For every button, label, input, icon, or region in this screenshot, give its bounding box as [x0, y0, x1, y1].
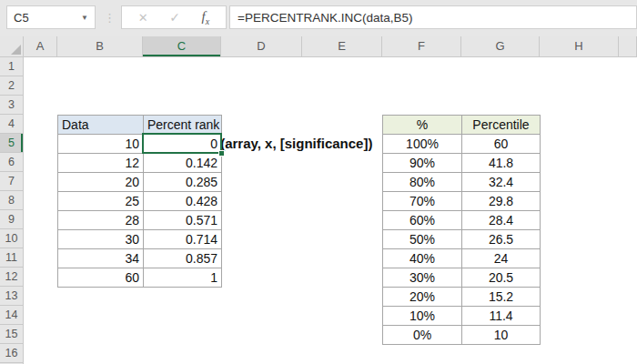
right_table-cell[interactable]: 100%: [383, 135, 462, 154]
select-all-corner[interactable]: [0, 36, 24, 57]
drag-dots-icon: ⋮: [104, 5, 116, 29]
cancel-icon[interactable]: ✕: [138, 11, 148, 25]
formula-input[interactable]: =PERCENTRANK.INC(data,B5): [229, 5, 637, 29]
row-header-12[interactable]: 12: [0, 268, 23, 287]
right_table-cell[interactable]: 0%: [383, 326, 462, 345]
left_table-cell[interactable]: 25: [58, 192, 144, 211]
select-all-icon: [11, 45, 21, 55]
column-header-A[interactable]: A: [24, 36, 57, 56]
right_table-cell[interactable]: 10%: [383, 307, 462, 326]
row-header-5[interactable]: 5: [0, 134, 23, 153]
right_table-row: 70%29.8: [383, 192, 541, 211]
percentile-table: %Percentile100%6090%41.880%32.470%29.860…: [382, 115, 541, 345]
right_table-row: 30%20.5: [383, 268, 541, 288]
right_table-cell[interactable]: 40%: [383, 249, 462, 268]
left_table-header-cell[interactable]: Percent rank: [144, 116, 222, 135]
row-header-13[interactable]: 13: [0, 287, 23, 306]
right_table-header-row: %Percentile: [383, 116, 541, 135]
left_table-cell[interactable]: 34: [58, 249, 144, 268]
row-header-15[interactable]: 15: [0, 325, 23, 344]
right_table-cell[interactable]: 26.5: [462, 230, 541, 249]
formula-bar: C5 ▼ ⋮ ✕ ✓ fx =PERCENTRANK.INC(data,B5): [0, 0, 637, 36]
left_table-cell[interactable]: 0.285: [144, 173, 222, 192]
left_table-cell[interactable]: 0.714: [144, 230, 222, 249]
right_table-header-cell[interactable]: %: [383, 116, 462, 135]
right_table-row: 20%15.2: [383, 288, 541, 307]
right_table-cell[interactable]: 28.4: [462, 211, 541, 230]
left_table-row: 120.142: [58, 154, 222, 173]
right_table-cell[interactable]: 90%: [383, 154, 462, 173]
right_table-header-cell[interactable]: Percentile: [462, 116, 541, 135]
right_table-cell[interactable]: 24: [462, 249, 541, 268]
right_table-cell[interactable]: 41.8: [462, 154, 541, 173]
row-header-11[interactable]: 11: [0, 248, 23, 268]
left_table-cell[interactable]: 0.857: [144, 249, 222, 268]
left_table-row: 280.571: [58, 211, 222, 230]
name-box[interactable]: C5 ▼: [6, 5, 96, 29]
left_table-cell[interactable]: 10: [58, 135, 144, 154]
left_table-row: 300.714: [58, 230, 222, 249]
row-header-9[interactable]: 9: [0, 210, 23, 229]
column-header-spacer: [619, 36, 637, 56]
row-header-1[interactable]: 1: [0, 57, 23, 76]
right_table-row: 80%32.4: [383, 173, 541, 192]
left_table-cell[interactable]: 28: [58, 211, 144, 230]
right_table-row: 90%41.8: [383, 154, 541, 173]
fill-handle[interactable]: [218, 150, 225, 157]
row-header-16[interactable]: 16: [0, 344, 23, 363]
left_table-cell[interactable]: 0: [144, 135, 222, 154]
right_table-cell[interactable]: 60%: [383, 211, 462, 230]
left_table-cell[interactable]: 0.571: [144, 211, 222, 230]
left_table-cell[interactable]: 0.428: [144, 192, 222, 211]
right_table-cell[interactable]: 20%: [383, 288, 462, 307]
row-header-14[interactable]: 14: [0, 306, 23, 325]
column-header-F[interactable]: F: [382, 36, 461, 56]
right_table-row: 40%24: [383, 249, 541, 268]
right_table-cell[interactable]: 80%: [383, 173, 462, 192]
left_table-header-row: DataPercent rank: [58, 116, 222, 135]
column-header-B[interactable]: B: [57, 36, 143, 56]
left_table-cell[interactable]: 20: [58, 173, 144, 192]
left_table-cell[interactable]: 12: [58, 154, 144, 173]
name-box-value: C5: [14, 11, 29, 25]
row-header-8[interactable]: 8: [0, 191, 23, 210]
column-header-G[interactable]: G: [461, 36, 540, 56]
left_table-row: 200.285: [58, 173, 222, 192]
formula-buttons: ✕ ✓ fx: [121, 5, 227, 29]
left_table-header-cell[interactable]: Data: [58, 116, 144, 135]
row-header-6[interactable]: 6: [0, 153, 23, 172]
right_table-cell[interactable]: 30%: [383, 268, 462, 288]
excel-window: C5 ▼ ⋮ ✕ ✓ fx =PERCENTRANK.INC(data,B5) …: [0, 0, 637, 364]
row-header-7[interactable]: 7: [0, 172, 23, 191]
left_table-cell[interactable]: 1: [144, 268, 222, 288]
row-header-4[interactable]: 4: [0, 115, 23, 134]
right_table-cell[interactable]: 10: [462, 326, 541, 345]
row-header-10[interactable]: 10: [0, 229, 23, 248]
column-headers: ABCDEFGH: [24, 36, 637, 57]
insert-function-icon[interactable]: fx: [202, 9, 210, 26]
right_table-cell[interactable]: 29.8: [462, 192, 541, 211]
right_table-cell[interactable]: 50%: [383, 230, 462, 249]
left_table-cell[interactable]: 60: [58, 268, 144, 288]
row-header-3[interactable]: 3: [0, 96, 23, 115]
left_table-row: 100: [58, 135, 222, 154]
column-header-C[interactable]: C: [143, 36, 221, 56]
column-header-D[interactable]: D: [221, 36, 302, 56]
column-header-E[interactable]: E: [302, 36, 382, 56]
right_table-cell[interactable]: 15.2: [462, 288, 541, 307]
formula-text: =PERCENTRANK.INC(data,B5): [238, 11, 412, 25]
left_table-cell[interactable]: 0.142: [144, 154, 222, 173]
chevron-down-icon[interactable]: ▼: [81, 14, 88, 22]
column-header-H[interactable]: H: [540, 36, 619, 56]
right_table-cell[interactable]: 70%: [383, 192, 462, 211]
left_table-cell[interactable]: 30: [58, 230, 144, 249]
right_table-row: 60%28.4: [383, 211, 541, 230]
right_table-cell[interactable]: 60: [462, 135, 541, 154]
right_table-cell[interactable]: 32.4: [462, 173, 541, 192]
row-headers: 12345678910111213141516: [0, 57, 24, 364]
row-header-2[interactable]: 2: [0, 76, 23, 96]
right_table-row: 100%60: [383, 135, 541, 154]
right_table-cell[interactable]: 11.4: [462, 307, 541, 326]
right_table-cell[interactable]: 20.5: [462, 268, 541, 288]
enter-icon[interactable]: ✓: [169, 10, 180, 25]
